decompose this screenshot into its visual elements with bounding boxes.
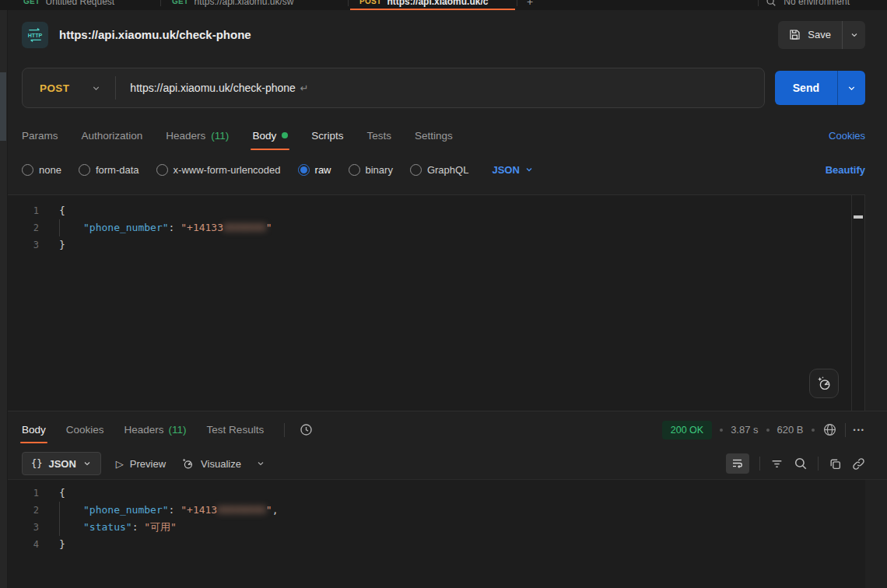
tab-params[interactable]: Params	[22, 130, 58, 142]
sidebar-scroll-handle[interactable]	[0, 72, 6, 141]
response-time: 3.87 s	[731, 424, 758, 436]
tab-settings[interactable]: Settings	[415, 130, 453, 142]
separator-dot	[812, 429, 815, 432]
radio-selected-icon	[298, 164, 310, 176]
more-options-button[interactable]: •••	[854, 426, 865, 434]
tab-label: Untitled Request	[45, 0, 114, 7]
mode-graphql[interactable]: GraphQL	[410, 164, 468, 176]
send-options-button[interactable]	[837, 71, 865, 105]
response-body-viewer[interactable]: 1 { 2 "phone_number": "+141300000000", 3…	[8, 480, 865, 588]
line-number: 1	[8, 485, 39, 502]
editor-annotation-track	[851, 195, 865, 411]
save-split-button: Save	[778, 21, 865, 49]
response-history-icon[interactable]	[299, 422, 314, 437]
tab-tests[interactable]: Tests	[366, 130, 391, 142]
radio-icon	[22, 164, 33, 176]
search-response-icon[interactable]	[794, 457, 808, 471]
visualize-button[interactable]: Visualize	[181, 457, 241, 471]
chevron-down-icon	[91, 83, 101, 93]
braces-icon: {}	[31, 458, 42, 469]
method-selector[interactable]: POST	[23, 68, 115, 107]
environment-selector[interactable]: No environment	[784, 0, 850, 7]
request-header: HTTP https://api.xiaomu.uk/check-phone S…	[0, 10, 887, 59]
redacted-phone-digits: 0000000	[223, 222, 266, 233]
tab-body-active[interactable]: Body	[252, 130, 288, 142]
topbar-divider	[758, 0, 759, 6]
response-headers-count: (11)	[169, 424, 187, 436]
tab-scripts[interactable]: Scripts	[311, 130, 343, 142]
mode-binary[interactable]: binary	[349, 164, 393, 176]
network-globe-icon[interactable]	[822, 422, 837, 437]
visualize-sparkle-icon	[181, 457, 195, 471]
radio-icon	[410, 164, 422, 176]
wrap-text-button[interactable]	[726, 453, 749, 474]
redacted-phone-digits: 00000000	[217, 504, 266, 516]
http-protocol-icon: HTTP	[22, 22, 48, 48]
indent-guide	[59, 519, 60, 536]
chevron-down-icon	[82, 459, 92, 468]
code-line: 2 "phone_number": "+141330000000"	[8, 219, 865, 236]
response-size: 620 B	[777, 424, 804, 436]
mode-raw-selected[interactable]: raw	[298, 164, 331, 176]
link-icon[interactable]	[852, 457, 865, 471]
cookies-link[interactable]: Cookies	[829, 130, 865, 142]
line-number: 2	[8, 219, 39, 236]
workspace-tab-bar: GET Untitled Request GET https://api.xia…	[0, 0, 887, 10]
request-tab-2[interactable]: GET https://api.xiaomu.uk/sw	[161, 0, 348, 10]
headers-count-badge: (11)	[211, 130, 229, 142]
code-line: 3 "status": "可用"	[8, 519, 865, 536]
tab-authorization[interactable]: Authorization	[82, 130, 143, 142]
tab-method-get: GET	[23, 0, 40, 5]
line-number: 3	[8, 519, 39, 536]
url-bar-row: POST https://api.xiaomu.uk/check-phone↵ …	[0, 59, 887, 110]
mode-form-data[interactable]: form-data	[79, 164, 139, 176]
response-tab-body-active[interactable]: Body	[22, 424, 46, 436]
line-number: 4	[8, 536, 39, 553]
tab-method-post: POST	[359, 0, 381, 5]
url-value: https://api.xiaomu.uk/check-phone	[130, 82, 295, 94]
request-tab-1[interactable]: GET Untitled Request	[12, 0, 160, 10]
mode-urlencoded[interactable]: x-www-form-urlencoded	[156, 164, 281, 176]
body-modified-dot	[282, 132, 288, 138]
radio-icon	[79, 164, 90, 176]
new-tab-button[interactable]: +	[517, 0, 542, 8]
response-tab-cookies[interactable]: Cookies	[66, 424, 104, 436]
line-number: 3	[8, 236, 39, 254]
divider	[845, 423, 846, 437]
preview-button[interactable]: ▷ Preview	[116, 458, 166, 470]
save-options-button[interactable]	[842, 21, 865, 49]
radio-icon	[349, 164, 360, 176]
filter-icon[interactable]	[770, 457, 784, 471]
code-line: 1 {	[8, 485, 865, 502]
play-icon: ▷	[116, 458, 124, 470]
raw-format-dropdown[interactable]: JSON	[492, 164, 533, 176]
response-header: Body Cookies Headers (11) Test Results 2…	[0, 411, 887, 448]
save-button-label: Save	[808, 29, 831, 40]
search-icon[interactable]	[766, 0, 777, 7]
beautify-link[interactable]: Beautify	[826, 164, 865, 176]
mode-none[interactable]: none	[22, 164, 61, 176]
tab-label: https://api.xiaomu.uk/sw	[194, 0, 293, 7]
editor-scroll-handle[interactable]	[854, 215, 863, 219]
tab-headers[interactable]: Headers (11)	[166, 130, 229, 142]
radio-icon	[156, 164, 168, 176]
line-number: 1	[8, 202, 39, 219]
response-meta: 200 OK 3.87 s 620 B •••	[662, 421, 865, 439]
url-input[interactable]: https://api.xiaomu.uk/check-phone↵	[116, 82, 322, 94]
code-line: 2 "phone_number": "+141300000000",	[8, 502, 865, 519]
copy-icon[interactable]	[829, 457, 842, 471]
response-tab-test-results[interactable]: Test Results	[207, 424, 265, 436]
send-button[interactable]: Send	[775, 82, 837, 94]
postbot-ai-button[interactable]	[809, 369, 839, 398]
tab-label: https://api.xiaomu.uk/c	[387, 0, 488, 7]
save-button[interactable]: Save	[778, 21, 842, 49]
response-tab-headers[interactable]: Headers (11)	[124, 424, 187, 436]
floppy-disk-icon	[789, 29, 801, 40]
request-tab-3-active[interactable]: POST https://api.xiaomu.uk/c	[349, 0, 517, 10]
chevron-down-icon	[847, 83, 857, 93]
response-format-dropdown[interactable]: {} JSON	[22, 452, 101, 475]
request-body-editor[interactable]: 1 { 2 "phone_number": "+141330000000" 3 …	[8, 194, 865, 411]
body-mode-row: none form-data x-www-form-urlencoded raw…	[0, 151, 887, 188]
visualize-chevron-icon[interactable]	[256, 459, 265, 468]
status-badge[interactable]: 200 OK	[662, 421, 712, 439]
